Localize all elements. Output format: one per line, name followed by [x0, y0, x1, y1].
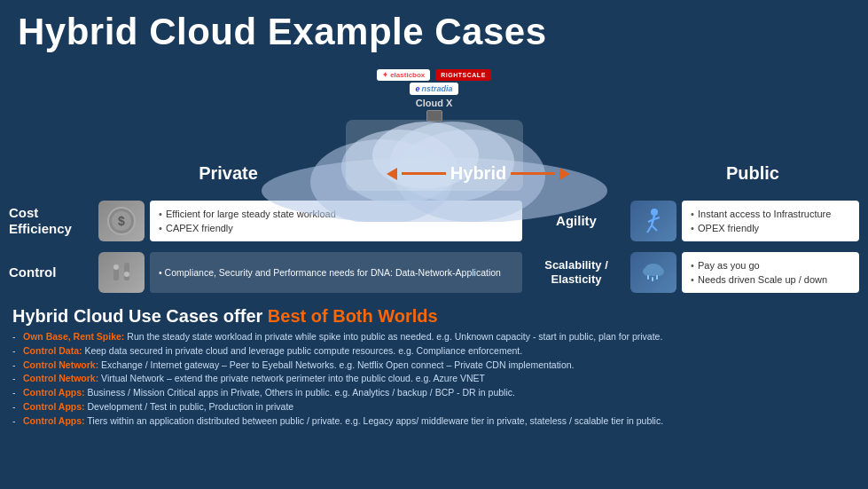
scalability-details: Pay as you go Needs driven Scale up / do…: [682, 252, 859, 293]
svg-point-10: [651, 209, 658, 216]
arrow-line: [402, 172, 446, 175]
list-item: Control Data: Keep data secured in priva…: [12, 344, 856, 359]
bullet-label-5: Control Apps:: [23, 387, 85, 398]
list-item: Control Apps: Business / Mission Critica…: [12, 386, 856, 400]
bottom-title: Hybrid Cloud Use Cases offer Best of Bot…: [12, 306, 856, 327]
svg-rect-24: [652, 277, 653, 281]
bullet-text-5: Business / Mission Critical apps in Priv…: [85, 387, 515, 398]
svg-line-13: [652, 225, 657, 231]
agility-bullet-2: OPEX friendly: [691, 221, 850, 236]
server-icon: [426, 110, 442, 122]
cost-icon: $: [98, 201, 145, 241]
agility-bullet-1: Instant access to Infrastructure: [691, 207, 850, 222]
cost-efficiency-label: CostEfficiency: [9, 205, 93, 237]
cost-bullet-2: CAPEX friendly: [159, 221, 513, 236]
list-item: Own Base, Rent Spike: Run the steady sta…: [12, 330, 856, 344]
spacer-left: [9, 163, 146, 184]
bottom-title-highlight: Best of Both Worlds: [262, 306, 437, 326]
col-hybrid-area: Hybrid: [310, 163, 646, 184]
bullet-list: Own Base, Rent Spike: Run the steady sta…: [12, 330, 856, 428]
bullet-label-6: Control Apps:: [23, 401, 85, 412]
svg-rect-16: [113, 268, 119, 280]
svg-rect-19: [124, 272, 129, 277]
svg-rect-23: [647, 275, 649, 280]
bullet-label-3: Control Network:: [23, 359, 98, 370]
elasticbox-logo: ✦ elasticbox: [377, 69, 430, 81]
bullet-text-2: Keep data secured in private cloud and l…: [82, 345, 523, 356]
agility-details: Instant access to Infrastructure OPEX fr…: [682, 201, 859, 241]
cloud-content: ✦ elasticbox RIGHTSCALE enstradia Cloud …: [337, 69, 532, 122]
page-title: Hybrid Cloud Example Cases: [0, 0, 868, 53]
col-private-header: Private: [146, 163, 310, 184]
list-item: Control Apps: Tiers within an applicatio…: [12, 414, 856, 429]
bottom-section: Hybrid Cloud Use Cases offer Best of Bot…: [0, 301, 868, 431]
arrow-right: [559, 168, 570, 180]
col-hybrid-header: Hybrid: [450, 163, 506, 184]
list-item: Control Network: Virtual Network – exten…: [12, 372, 856, 386]
arrow-line2: [511, 172, 555, 175]
control-label: Control: [9, 264, 93, 280]
control-icon: [98, 252, 145, 293]
bullet-text-4: Virtual Network – extend the private net…: [98, 373, 485, 383]
svg-line-15: [654, 217, 660, 219]
svg-point-21: [643, 267, 653, 276]
list-item: Control Apps: Development / Test in publ…: [12, 400, 856, 414]
bullet-text-7: Tiers within an application distributed …: [85, 415, 664, 426]
enstratius-logo: enstradia: [410, 83, 457, 95]
scalability-icon: [630, 252, 676, 293]
bullet-label-7: Control Apps:: [23, 415, 85, 426]
scalability-label: Scalability /Elasticity: [528, 258, 625, 286]
table-row: Control • Compliance, Security and Perfo…: [9, 249, 859, 296]
cloud-x-label: Cloud X: [337, 98, 532, 108]
svg-text:$: $: [118, 214, 125, 228]
control-details: • Compliance, Security and Performance n…: [150, 252, 522, 293]
scale-bullet-1: Pay as you go: [691, 258, 850, 273]
rightscale-logo: RIGHTSCALE: [435, 69, 491, 81]
svg-line-12: [647, 225, 652, 233]
bullet-text-1: Run the steady state workload in private…: [124, 331, 662, 342]
scale-bullet-2: Needs driven Scale up / down: [691, 272, 850, 288]
svg-point-22: [653, 267, 664, 276]
arrow-left: [387, 168, 397, 180]
bullet-text-3: Exchange / Internet gateway – Peer to Ey…: [98, 359, 574, 370]
svg-rect-25: [656, 275, 658, 280]
agility-icon: [630, 201, 676, 241]
list-item: Control Network: Exchange / Internet gat…: [12, 359, 856, 373]
svg-rect-17: [113, 264, 119, 270]
bottom-title-normal: Hybrid Cloud Use Cases offer: [12, 306, 262, 326]
bullet-label-2: Control Data:: [23, 345, 82, 356]
bullet-label-4: Control Network:: [23, 373, 98, 383]
column-headers: Private Hybrid Public: [0, 163, 868, 184]
bullet-text-6: Development / Test in public, Production…: [85, 401, 294, 412]
bullet-label-1: Own Base, Rent Spike:: [23, 331, 124, 342]
col-public-header: Public: [646, 163, 859, 184]
